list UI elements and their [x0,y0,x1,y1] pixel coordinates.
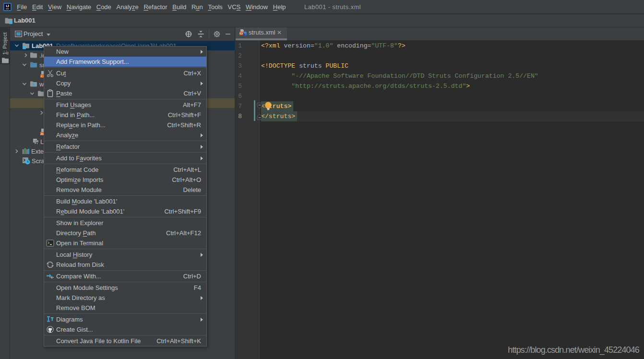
svg-text:<>: <> [239,32,243,36]
